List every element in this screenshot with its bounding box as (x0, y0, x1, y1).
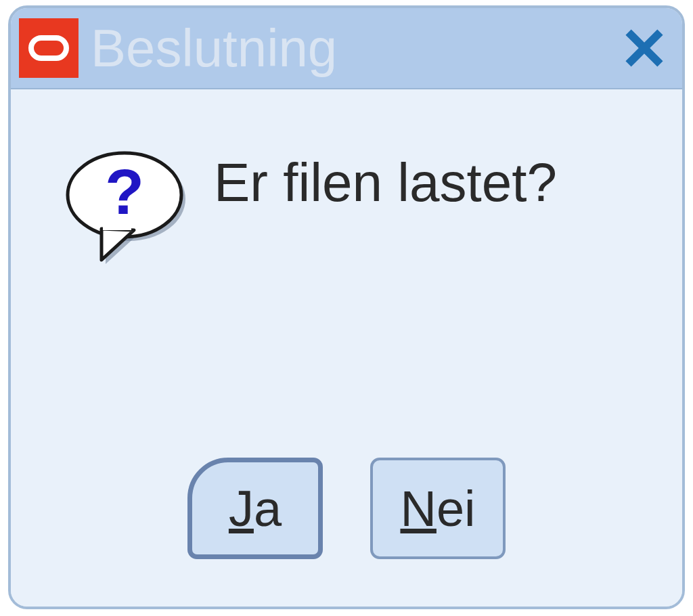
no-label-rest: ei (437, 481, 476, 537)
message-row: ? Er filen lastet? (11, 89, 682, 279)
decision-dialog: Beslutning ? (8, 5, 685, 609)
no-accelerator: N (400, 481, 436, 537)
yes-label-rest: a (254, 481, 282, 537)
no-button[interactable]: Nei (370, 458, 506, 559)
dialog-title: Beslutning (91, 22, 620, 74)
question-bubble-icon: ? (58, 144, 194, 279)
close-button[interactable] (620, 24, 669, 72)
oracle-icon (19, 18, 79, 78)
dialog-message: Er filen lastet? (214, 153, 557, 213)
button-row: Ja Nei (11, 458, 682, 559)
dialog-body: ? Er filen lastet? Ja Nei (11, 89, 682, 607)
close-icon (625, 28, 664, 68)
svg-text:?: ? (105, 156, 144, 227)
yes-button[interactable]: Ja (187, 458, 323, 559)
titlebar[interactable]: Beslutning (11, 8, 682, 89)
yes-accelerator: J (229, 481, 254, 537)
